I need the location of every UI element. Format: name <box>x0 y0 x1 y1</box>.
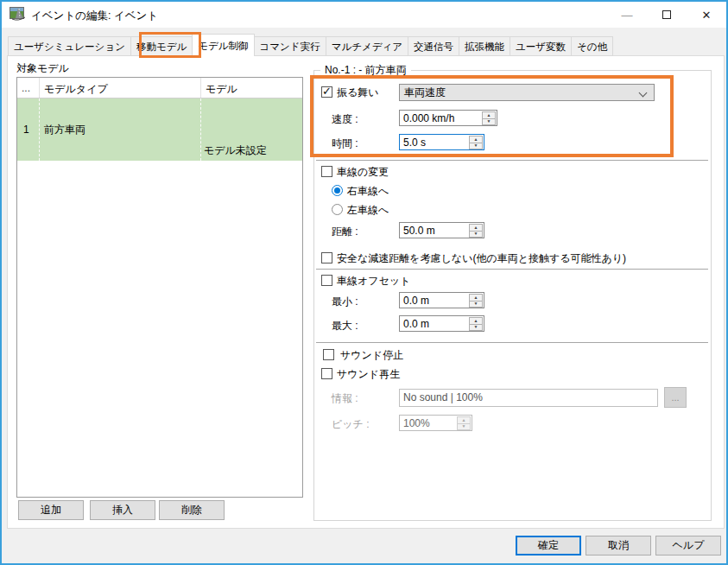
tab-user-simulation[interactable]: ユーザシミュレーション <box>8 36 131 56</box>
time-label: 時間 : <box>332 136 358 151</box>
pitch-label: ピッチ : <box>332 417 370 432</box>
offset-min-label: 最小 : <box>332 295 358 309</box>
offset-min-spinner[interactable]: ▲▼ <box>469 294 483 307</box>
close-button[interactable]: ✕ <box>687 2 726 28</box>
pitch-input[interactable]: 100% ▲▼ <box>399 415 472 431</box>
time-spinner[interactable]: ▲▼ <box>469 136 483 149</box>
tab-multimedia[interactable]: マルチメディア <box>326 36 408 56</box>
ok-button[interactable]: 確定 <box>516 536 581 555</box>
browse-button[interactable]: ... <box>664 387 687 408</box>
separator <box>316 160 708 161</box>
pitch-value: 100% <box>403 417 430 429</box>
distance-value: 50.0 m <box>403 225 435 237</box>
to-left-lane-label: 左車線へ <box>347 203 389 218</box>
offset-min-value: 0.0 m <box>403 295 429 307</box>
dialog-footer: 確定 取消 ヘルプ <box>2 529 726 563</box>
spin-down-icon[interactable]: ▼ <box>469 301 483 308</box>
lane-change-label: 車線の変更 <box>337 165 389 180</box>
tab-model-control[interactable]: モデル制御 <box>192 34 254 56</box>
tab-command-exec[interactable]: コマンド実行 <box>254 36 326 56</box>
model-cell: モデル未設定 <box>201 98 302 161</box>
spin-down-icon[interactable]: ▼ <box>482 118 496 126</box>
target-model-table: ... モデルタイプ モデル 1 前方車両 モデル未設定 <box>16 77 303 498</box>
maximize-icon <box>662 10 671 19</box>
to-right-lane-radio[interactable] <box>332 185 343 196</box>
speed-input[interactable]: 0.000 km/h ▲▼ <box>399 110 497 126</box>
ellipsis-icon: ... <box>671 392 679 403</box>
offset-min-input[interactable]: 0.0 m ▲▼ <box>399 292 484 308</box>
tab-movement-model[interactable]: 移動モデル <box>130 36 193 56</box>
offset-max-input[interactable]: 0.0 m ▲▼ <box>399 315 484 332</box>
behavior-label: 振る舞い <box>337 86 379 100</box>
sound-play-label: サウンド再生 <box>337 367 400 382</box>
distance-spinner[interactable]: ▲▼ <box>469 224 483 237</box>
sound-stop-checkbox[interactable] <box>323 349 334 360</box>
sound-info-field[interactable]: No sound | 100% <box>399 389 658 407</box>
tab-other[interactable]: その他 <box>571 36 613 56</box>
ignore-safety-label: 安全な減速距離を考慮しない(他の車両と接触する可能性あり) <box>337 251 626 266</box>
to-left-lane-radio[interactable] <box>332 204 343 215</box>
separator <box>316 342 708 343</box>
tab-extended-function[interactable]: 拡張機能 <box>459 36 510 56</box>
time-input[interactable]: 5.0 s ▲▼ <box>399 134 484 150</box>
offset-max-spinner[interactable]: ▲▼ <box>469 317 483 330</box>
model-detail-group: No.-1 : - 前方車両 振る舞い 車両速度 速度 : 0.000 km/h… <box>313 70 712 521</box>
table-row[interactable]: 1 前方車両 モデル未設定 <box>17 98 302 161</box>
offset-max-label: 最大 : <box>332 319 358 333</box>
delete-button[interactable]: 削除 <box>159 500 225 520</box>
lane-offset-checkbox[interactable] <box>321 275 332 286</box>
model-type-cell: 前方車両 <box>40 98 201 161</box>
to-right-lane-label: 右車線へ <box>347 184 389 199</box>
event-edit-dialog: イベントの編集: イベント — ✕ ユーザシミュレーション 移動モデル モデル制… <box>0 0 728 565</box>
chevron-down-icon <box>639 89 648 98</box>
spin-down-icon[interactable]: ▼ <box>469 324 483 332</box>
insert-button[interactable]: 挿入 <box>90 500 155 520</box>
separator <box>316 269 708 270</box>
lane-offset-label: 車線オフセット <box>337 274 410 289</box>
minimize-button[interactable]: — <box>607 2 647 28</box>
help-button[interactable]: ヘルプ <box>655 536 721 555</box>
add-button[interactable]: 追加 <box>18 500 84 520</box>
minimize-icon: — <box>622 9 633 22</box>
speed-value: 0.000 km/h <box>403 112 454 124</box>
sound-info-value: No sound | 100% <box>403 391 483 403</box>
distance-label: 距離 : <box>332 225 358 239</box>
maximize-button[interactable] <box>647 2 687 28</box>
behavior-type-value: 車両速度 <box>404 86 446 100</box>
tab-user-variable[interactable]: ユーザ変数 <box>510 36 572 56</box>
sound-play-checkbox[interactable] <box>321 368 332 379</box>
row-number-cell: 1 <box>17 98 40 161</box>
tab-strip: ユーザシミュレーション 移動モデル モデル制御 コマンド実行 マルチメディア 交… <box>8 34 612 56</box>
speed-spinner[interactable]: ▲▼ <box>482 111 496 124</box>
titlebar[interactable]: イベントの編集: イベント — ✕ <box>2 2 726 28</box>
header-model: モデル <box>201 78 302 98</box>
header-row-number: ... <box>17 78 40 98</box>
close-icon: ✕ <box>702 9 712 22</box>
offset-max-value: 0.0 m <box>403 318 429 330</box>
road-scene-icon <box>9 7 26 22</box>
group-title: No.-1 : - 前方車両 <box>320 63 411 78</box>
sound-stop-label: サウンド停止 <box>340 348 403 363</box>
spin-down-icon[interactable]: ▼ <box>469 231 483 238</box>
behavior-checkbox[interactable] <box>321 86 332 98</box>
time-value: 5.0 s <box>403 136 426 149</box>
distance-input[interactable]: 50.0 m ▲▼ <box>399 222 484 238</box>
cancel-button[interactable]: 取消 <box>586 536 651 555</box>
behavior-type-select[interactable]: 車両速度 <box>399 84 655 101</box>
speed-label: 速度 : <box>332 112 358 127</box>
table-header-row: ... モデルタイプ モデル <box>17 78 302 98</box>
pitch-spinner[interactable]: ▲▼ <box>457 416 471 429</box>
window-title: イベントの編集: イベント <box>31 9 158 23</box>
spin-down-icon[interactable]: ▼ <box>469 143 483 150</box>
tab-traffic-signal[interactable]: 交通信号 <box>408 36 459 56</box>
ignore-safety-checkbox[interactable] <box>321 252 332 263</box>
spin-down-icon[interactable]: ▼ <box>457 423 471 431</box>
model-control-page: 対象モデル ... モデルタイプ モデル 1 前方車両 モデル未設定 追加 挿入… <box>7 55 725 529</box>
lane-change-checkbox[interactable] <box>321 166 332 177</box>
header-model-type: モデルタイプ <box>40 78 201 98</box>
sound-info-label: 情報 : <box>332 391 358 406</box>
target-model-title: 対象モデル <box>16 61 69 76</box>
